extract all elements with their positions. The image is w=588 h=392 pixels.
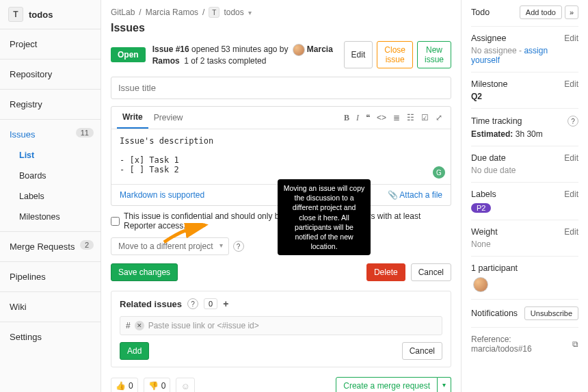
nav-pipelines[interactable]: Pipelines [0,266,101,287]
tab-write[interactable]: Write [117,107,148,129]
hash-icon: # [126,321,131,330]
page-title: Issues [111,22,451,34]
related-cancel-button[interactable]: Cancel [402,342,442,360]
nav-settings[interactable]: Settings [0,326,101,348]
breadcrumb: GitLab / Marcia Ramos / T todos ▾ [111,4,451,21]
nav-issues-boards[interactable]: Boards [0,166,101,186]
assignee-title: Assignee [471,34,506,43]
list-ol-icon[interactable]: ☷ [407,113,414,123]
award-row: 👍 0 👎 0 ☺ Create a merge request ▾ [111,377,451,392]
milestone-value[interactable]: Q2 [471,92,578,101]
bold-icon[interactable]: B [344,113,349,123]
nav-wiki[interactable]: Wiki [0,296,101,317]
new-issue-button[interactable]: New issue [417,41,451,68]
tab-preview[interactable]: Preview [148,107,189,128]
related-help-icon[interactable]: ? [187,298,198,309]
help-icon[interactable]: ? [233,241,244,252]
move-tooltip: Moving an issue will copy the discussion… [278,179,371,255]
add-todo-button[interactable]: Add todo [520,5,562,19]
time-help-icon[interactable]: ? [567,116,578,127]
participant-avatar[interactable] [473,277,488,292]
list-ul-icon[interactable]: ≣ [393,113,400,123]
project-selector[interactable]: T todos [0,0,101,29]
notifications-title: Notifications [471,309,518,318]
nav-issues[interactable]: Issues 11 [0,124,101,145]
nav-registry[interactable]: Registry [0,94,101,115]
breadcrumb-owner[interactable]: Marcia Ramos [146,8,198,17]
todo-title: Todo [471,8,490,17]
breadcrumb-project-icon: T [209,7,219,18]
italic-icon[interactable]: I [356,113,359,123]
code-icon[interactable]: <> [377,113,386,123]
nav-issues-badge: 11 [76,128,94,138]
milestone-title: Milestone [471,79,508,89]
reference-text: Reference: marcia/todos#16 [471,335,572,354]
breadcrumb-project[interactable]: todos [224,8,243,17]
delete-button[interactable]: Delete [366,263,405,281]
grammar-check-icon[interactable]: G [433,166,445,179]
fullscreen-icon[interactable]: ⤢ [436,113,442,123]
status-badge: Open [111,47,146,62]
task-progress: 1 of 2 tasks completed [184,56,266,66]
issue-title-input[interactable] [111,77,451,99]
label-pill[interactable]: P2 [471,203,491,213]
nav-mr-label: Merge Requests [10,241,75,252]
author-avatar[interactable] [293,44,305,56]
weight-edit[interactable]: Edit [564,227,578,237]
create-merge-request-button[interactable]: Create a merge request [336,377,438,392]
quote-icon[interactable]: ❝ [366,113,370,123]
nav-repository[interactable]: Repository [0,64,101,85]
assignee-edit[interactable]: Edit [564,34,578,43]
description-textarea[interactable]: Issue's description - [x] Task 1 - [ ] T… [111,129,451,184]
thumbs-up-button[interactable]: 👍 0 [111,378,138,392]
attach-file-link[interactable]: 📎 Attach a file [388,190,442,200]
unsubscribe-button[interactable]: Unsubscribe [524,306,578,320]
add-emoji-button[interactable]: ☺ [176,378,194,393]
related-issues-panel: Related issues ? 0 + # ✕ Paste issue lin… [111,291,451,367]
add-related-button[interactable]: + [223,298,228,309]
due-date-edit[interactable]: Edit [564,153,578,163]
main-content: GitLab / Marcia Ramos / T todos ▾ Issues… [101,0,461,392]
due-date-title: Due date [471,153,506,163]
move-project-select[interactable]: Move to a different project [111,237,229,255]
markdown-help-link[interactable]: Markdown is supported [120,190,204,200]
edit-button[interactable]: Edit [344,41,373,68]
issue-id: Issue #16 [152,44,189,54]
task-list-icon[interactable]: ☑ [421,113,429,123]
issue-header: Open Issue #16 opened 53 minutes ago by … [111,41,451,68]
related-add-button[interactable]: Add [120,342,149,360]
participants-title: 1 participant [471,263,578,273]
cancel-button[interactable]: Cancel [411,263,451,281]
project-name: todos [29,10,53,20]
labels-title: Labels [471,190,496,199]
nav-merge-requests[interactable]: Merge Requests 2 [0,236,101,257]
related-input-placeholder: Paste issue link or <#issue id> [148,321,259,330]
nav-issues-labels[interactable]: Labels [0,186,101,207]
save-button[interactable]: Save changes [111,263,178,281]
clear-token-icon[interactable]: ✕ [135,321,144,330]
milestone-edit[interactable]: Edit [564,79,578,89]
weight-value: None [471,239,578,249]
sidebar-collapse-button[interactable]: » [565,5,578,19]
nav-mr-badge: 2 [80,240,94,250]
merge-request-caret[interactable]: ▾ [438,377,451,392]
project-avatar: T [8,7,23,22]
time-tracking-title: Time tracking [471,116,522,126]
nav-issues-milestones[interactable]: Milestones [0,207,101,227]
copy-reference-icon[interactable]: ⧉ [572,339,578,349]
chevron-down-icon[interactable]: ▾ [248,9,252,16]
weight-title: Weight [471,227,498,237]
nav-issues-label: Issues [10,129,36,140]
nav-issues-list[interactable]: List [0,145,101,166]
left-sidebar: T todos Project Repository Registry Issu… [0,0,101,392]
estimated-value: 3h 30m [516,129,543,139]
confidential-checkbox[interactable] [111,217,120,226]
related-count: 0 [204,298,217,309]
breadcrumb-root[interactable]: GitLab [111,8,135,17]
nav-project[interactable]: Project [0,34,101,55]
labels-edit[interactable]: Edit [564,190,578,199]
thumbs-down-button[interactable]: 👎 0 [144,378,171,392]
right-sidebar: Todo Add todo » AssigneeEdit No assignee… [461,0,588,392]
close-issue-button[interactable]: Close issue [377,41,413,68]
related-input-row[interactable]: # ✕ Paste issue link or <#issue id> [120,316,442,335]
